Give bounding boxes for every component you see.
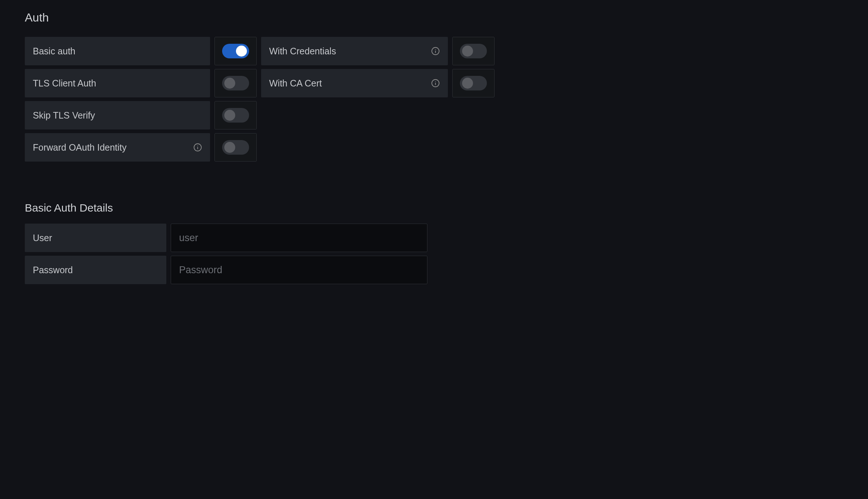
tls-client-auth-row: TLS Client Auth: [25, 69, 257, 97]
forward-oauth-row: Forward OAuth Identity: [25, 133, 257, 162]
basic-auth-label: Basic auth: [33, 46, 75, 57]
basic-auth-label-box: Basic auth: [25, 37, 210, 65]
basic-auth-row: Basic auth: [25, 37, 257, 65]
info-icon[interactable]: [193, 143, 202, 152]
svg-point-1: [197, 146, 198, 146]
password-field-label-box: Password: [25, 256, 166, 284]
auth-toggle-grid: Basic auth TLS Client Auth Skip TLS Veri: [25, 37, 513, 162]
skip-tls-verify-label: Skip TLS Verify: [33, 110, 95, 121]
basic-auth-details-section: Basic Auth Details User Password: [25, 202, 513, 284]
user-input[interactable]: [171, 224, 427, 252]
forward-oauth-toggle[interactable]: [222, 140, 249, 155]
user-field-label: User: [33, 233, 52, 243]
tls-client-auth-toggle[interactable]: [222, 76, 249, 90]
svg-point-7: [435, 81, 436, 82]
basic-auth-switch-box: [214, 37, 257, 65]
auth-section-title: Auth: [25, 11, 513, 24]
with-credentials-toggle[interactable]: [460, 44, 487, 58]
skip-tls-verify-toggle[interactable]: [222, 108, 249, 123]
with-ca-cert-label-box: With CA Cert: [261, 69, 448, 97]
svg-point-4: [435, 49, 436, 50]
info-icon[interactable]: [431, 79, 440, 88]
basic-auth-details-title: Basic Auth Details: [25, 202, 513, 214]
with-ca-cert-switch-box: [452, 69, 495, 97]
with-ca-cert-toggle[interactable]: [460, 76, 487, 90]
password-field-row: Password: [25, 256, 513, 284]
info-icon[interactable]: [431, 47, 440, 55]
tls-client-auth-label: TLS Client Auth: [33, 78, 96, 89]
with-ca-cert-label: With CA Cert: [269, 78, 322, 89]
with-credentials-label-box: With Credentials: [261, 37, 448, 65]
password-input[interactable]: [171, 256, 427, 284]
skip-tls-verify-switch-box: [214, 101, 257, 129]
skip-tls-verify-label-box: Skip TLS Verify: [25, 101, 210, 129]
password-field-label: Password: [33, 265, 73, 275]
with-credentials-label: With Credentials: [269, 46, 336, 57]
tls-client-auth-label-box: TLS Client Auth: [25, 69, 210, 97]
with-credentials-switch-box: [452, 37, 495, 65]
user-field-label-box: User: [25, 224, 166, 252]
with-credentials-row: With Credentials: [261, 37, 495, 65]
forward-oauth-label: Forward OAuth Identity: [33, 142, 127, 153]
tls-client-auth-switch-box: [214, 69, 257, 97]
forward-oauth-label-box: Forward OAuth Identity: [25, 133, 210, 162]
with-ca-cert-row: With CA Cert: [261, 69, 495, 97]
forward-oauth-switch-box: [214, 133, 257, 162]
skip-tls-verify-row: Skip TLS Verify: [25, 101, 257, 129]
basic-auth-toggle[interactable]: [222, 44, 249, 58]
user-field-row: User: [25, 224, 513, 252]
